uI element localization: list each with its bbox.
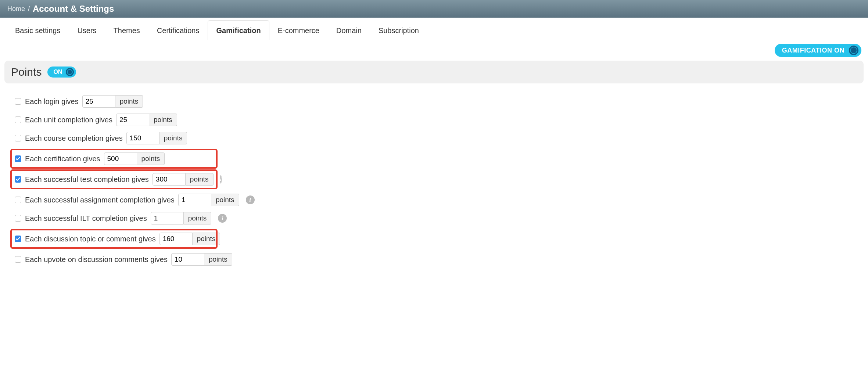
points-toggle-label: ON (53, 69, 62, 75)
rule-checkbox-upvote[interactable] (15, 256, 21, 263)
breadcrumb-separator: / (28, 5, 30, 13)
points-rule-row: Each successful test completion givespoi… (11, 170, 217, 188)
points-rule-row: Each successful assignment completion gi… (11, 191, 857, 209)
rule-value-group: points (153, 173, 214, 186)
rule-value-group: points (104, 152, 165, 165)
rule-checkbox-ilt[interactable] (15, 215, 21, 222)
points-rule-row: Each login givespoints (11, 92, 857, 111)
info-icon[interactable]: i (220, 175, 222, 184)
rule-value-input-assign[interactable] (178, 194, 211, 206)
rule-unit-label: points (149, 114, 177, 126)
rule-label: Each successful test completion gives (25, 175, 149, 184)
rule-value-group: points (178, 194, 239, 206)
points-toggle[interactable]: ON (47, 67, 76, 78)
rule-value-group: points (171, 253, 232, 266)
rule-checkbox-discuss[interactable] (15, 236, 21, 242)
rule-unit-label: points (115, 95, 143, 108)
rule-value-input-ilt[interactable] (151, 212, 184, 225)
rule-label: Each login gives (25, 97, 79, 106)
toggle-knob-icon (849, 46, 858, 55)
rule-value-input-upvote[interactable] (171, 253, 204, 266)
breadcrumb-home[interactable]: Home (7, 5, 25, 13)
rule-unit-label: points (186, 173, 214, 186)
points-rule-row: Each unit completion givespoints (11, 111, 857, 129)
points-section-header: Points ON (4, 61, 864, 83)
rule-label: Each unit completion gives (25, 116, 112, 124)
points-rules-list: Each login givespointsEach unit completi… (0, 87, 868, 277)
rule-checkbox-test[interactable] (15, 176, 21, 183)
settings-tabs: Basic settingsUsersThemesCertificationsG… (0, 20, 868, 40)
rule-unit-label: points (137, 152, 165, 165)
rule-value-group: points (151, 212, 212, 225)
toggle-knob-icon (66, 68, 74, 76)
rule-checkbox-assign[interactable] (15, 197, 21, 203)
rule-unit-label: points (193, 233, 220, 245)
rule-value-group: points (82, 95, 143, 108)
rule-label: Each course completion gives (25, 134, 123, 143)
tab-basic-settings[interactable]: Basic settings (7, 20, 69, 40)
points-rule-row: Each upvote on discussion comments gives… (11, 250, 857, 269)
rule-value-input-unit[interactable] (116, 114, 149, 126)
rule-unit-label: points (159, 132, 187, 144)
rule-value-input-cert[interactable] (104, 152, 137, 165)
points-rule-row: Each course completion givespoints (11, 129, 857, 147)
rule-value-group: points (116, 114, 177, 126)
rule-unit-label: points (204, 253, 232, 266)
gamification-toggle[interactable]: GAMIFICATION ON (775, 44, 861, 57)
rule-checkbox-course[interactable] (15, 135, 21, 141)
tab-domain[interactable]: Domain (328, 20, 370, 40)
info-icon[interactable]: i (246, 195, 255, 204)
rule-value-input-login[interactable] (82, 95, 115, 108)
rule-label: Each successful ILT completion gives (25, 214, 147, 223)
rule-label: Each successful assignment completion gi… (25, 196, 175, 204)
gamification-toggle-label: GAMIFICATION ON (782, 47, 844, 54)
rule-unit-label: points (184, 212, 212, 225)
rule-value-group: points (159, 233, 220, 245)
rule-label: Each discussion topic or comment gives (25, 235, 156, 243)
rule-value-input-course[interactable] (126, 132, 159, 144)
tab-gamification[interactable]: Gamification (208, 20, 269, 40)
points-rule-row: Each discussion topic or comment givespo… (11, 230, 217, 248)
tab-certifications[interactable]: Certifications (148, 20, 208, 40)
points-rule-row: Each successful ILT completion givespoin… (11, 209, 857, 227)
rule-label: Each certification gives (25, 155, 100, 163)
rule-checkbox-login[interactable] (15, 98, 21, 105)
tab-users[interactable]: Users (69, 20, 105, 40)
rule-checkbox-unit[interactable] (15, 116, 21, 123)
rule-value-input-test[interactable] (153, 173, 186, 186)
breadcrumb: Home / Account & Settings (0, 0, 868, 18)
points-section-title: Points (11, 66, 42, 78)
rule-label: Each upvote on discussion comments gives (25, 255, 168, 264)
tab-subscription[interactable]: Subscription (370, 20, 427, 40)
rule-value-input-discuss[interactable] (159, 233, 193, 245)
rule-checkbox-cert[interactable] (15, 155, 21, 162)
rule-unit-label: points (211, 194, 239, 206)
info-icon[interactable]: i (218, 214, 227, 223)
points-rule-row: Each certification givespoints (11, 150, 217, 168)
page-title: Account & Settings (33, 4, 114, 14)
tab-themes[interactable]: Themes (105, 20, 148, 40)
tab-e-commerce[interactable]: E-commerce (269, 20, 328, 40)
rule-value-group: points (126, 132, 187, 144)
